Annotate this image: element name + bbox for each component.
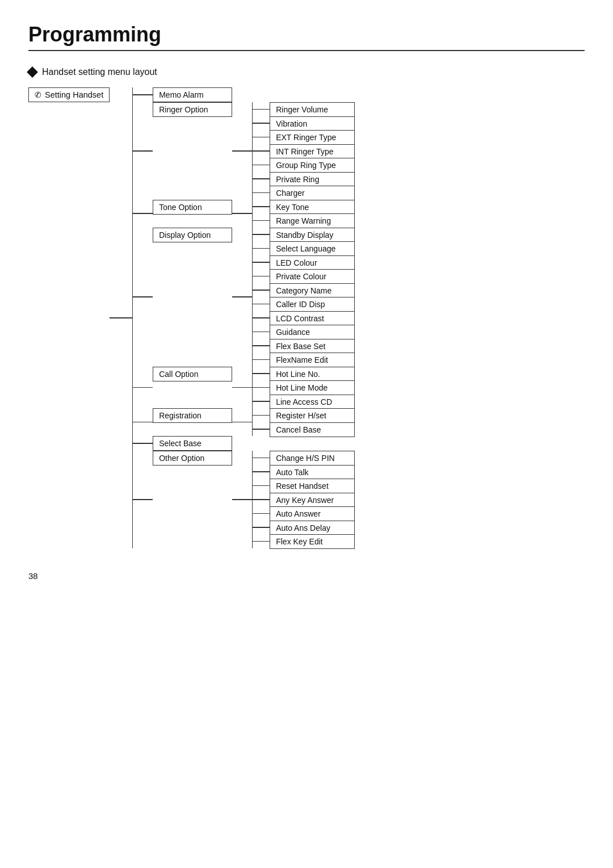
level1-box: Tone Option xyxy=(153,200,232,215)
leaf-box: Reset Handset xyxy=(270,479,355,493)
branch-h-line xyxy=(133,499,153,500)
leaf-box: Standby Display xyxy=(270,228,355,242)
sub-branch-h-line xyxy=(253,485,270,487)
section-title: Handset setting menu layout xyxy=(42,67,157,77)
leaf-box: Caller ID Disp xyxy=(270,297,355,312)
sub-branch-row: Select Language xyxy=(253,241,355,255)
sub-branch-row: Register H/set xyxy=(253,408,355,422)
root-h-connector xyxy=(110,317,132,318)
sub-branch-row: Standby Display xyxy=(253,228,355,242)
sub-branch-row: Auto Ans Delay xyxy=(253,521,355,535)
sub-branch-h-line xyxy=(253,541,270,542)
sub-branch-h-line xyxy=(253,359,270,360)
leaf-box: Private Colour xyxy=(270,269,355,284)
level1-box: Memo Alarm xyxy=(153,87,232,102)
leaf-box: Group Ring Type xyxy=(270,158,355,173)
leaf-box: Flex Key Edit xyxy=(270,534,355,549)
leaf-box: Hot Line No. xyxy=(270,367,355,381)
sub-branch-h-line xyxy=(253,499,270,500)
sub-branch-row: Line Access CD xyxy=(253,395,355,409)
leaf-box: Flex Base Set xyxy=(270,339,355,354)
sub-h-connector xyxy=(232,296,252,297)
leaf-box: Key Tone xyxy=(270,200,355,215)
sub-trunk-wrapper: Ringer VolumeVibrationEXT Ringer TypeINT… xyxy=(252,102,355,200)
sub-branch-h-line xyxy=(253,178,270,179)
sub-branch-row: Category Name xyxy=(253,283,355,297)
sub-branch-h-line xyxy=(253,401,270,402)
sub-branch-h-line xyxy=(253,429,270,430)
leaf-box: Change H/S PIN xyxy=(270,451,355,466)
branch-row: RegistrationRegister H/setCancel Base xyxy=(133,408,355,436)
sub-trunk-wrapper: Hot Line No.Hot Line ModeLine Access CD xyxy=(252,367,355,409)
section-header: Handset setting menu layout xyxy=(28,67,585,77)
sub-branch-h-line xyxy=(253,345,270,346)
sub-branch-row: Caller ID Disp xyxy=(253,297,355,311)
sub-branch-h-line xyxy=(253,373,270,374)
level1-row: Display OptionStandby DisplaySelect Lang… xyxy=(153,228,355,367)
sub-branch-h-line xyxy=(253,527,270,528)
sub-branch-row: Change H/S PIN xyxy=(253,451,355,465)
branch-row: Ringer OptionRinger VolumeVibrationEXT R… xyxy=(133,102,355,200)
diamond-icon xyxy=(27,66,38,78)
sub-branch-h-line xyxy=(253,276,270,277)
sub-branch-h-line xyxy=(253,165,270,166)
branch-h-line xyxy=(133,296,153,297)
leaf-box: Register H/set xyxy=(270,408,355,423)
sub-branch-h-line xyxy=(253,220,270,221)
sub-branch-row: Guidance xyxy=(253,325,355,339)
root-label: Setting Handset xyxy=(45,90,103,99)
branch-h-line xyxy=(133,387,153,388)
leaf-box: Line Access CD xyxy=(270,395,355,409)
level1-row: Ringer OptionRinger VolumeVibrationEXT R… xyxy=(153,102,355,200)
level1-box: Ringer Option xyxy=(153,102,232,117)
leaf-box: Auto Ans Delay xyxy=(270,521,355,535)
leaf-box: LED Colour xyxy=(270,255,355,270)
sub-branch-row: Auto Talk xyxy=(253,465,355,479)
sub-trunk: Register H/setCancel Base xyxy=(252,408,355,436)
branch-h-line xyxy=(133,150,153,152)
sub-h-connector xyxy=(232,150,252,152)
leaf-box: Auto Talk xyxy=(270,465,355,480)
leaf-box: FlexName Edit xyxy=(270,353,355,367)
sub-branch-row: LED Colour xyxy=(253,255,355,270)
page-number: 38 xyxy=(28,571,585,581)
sub-branch-h-line xyxy=(253,234,270,235)
sub-branch-row: Range Warning xyxy=(253,213,355,228)
sub-branch-h-line xyxy=(253,137,270,138)
leaf-box: Any Key Answer xyxy=(270,493,355,508)
sub-branch-h-line xyxy=(253,317,270,318)
trunk-border: Memo AlarmRinger OptionRinger VolumeVibr… xyxy=(132,87,355,548)
branch-row: Tone OptionKey ToneRange Warning xyxy=(133,200,355,228)
sub-branch-row: Group Ring Type xyxy=(253,158,355,172)
leaf-box: Vibration xyxy=(270,116,355,131)
sub-branch-row: Flex Key Edit xyxy=(253,534,355,548)
branch-row: Other OptionChange H/S PINAuto TalkReset… xyxy=(133,451,355,548)
leaf-box: Ringer Volume xyxy=(270,102,355,117)
sub-trunk: Ringer VolumeVibrationEXT Ringer TypeINT… xyxy=(252,102,355,200)
level1-row: Other OptionChange H/S PINAuto TalkReset… xyxy=(153,451,355,548)
leaf-box: Category Name xyxy=(270,283,355,298)
leaf-box: Range Warning xyxy=(270,213,355,228)
sub-branch-h-line xyxy=(253,206,270,207)
sub-branch-row: INT Ringer Type xyxy=(253,144,355,158)
branch-h-line xyxy=(133,422,153,423)
main-trunk: Memo AlarmRinger OptionRinger VolumeVibr… xyxy=(133,87,355,548)
sub-branch-h-line xyxy=(253,304,270,305)
level1-box: Registration xyxy=(153,408,232,423)
level1-box: Other Option xyxy=(153,451,232,466)
sub-h-connector xyxy=(232,422,252,423)
sub-branch-row: EXT Ringer Type xyxy=(253,130,355,144)
sub-trunk: Key ToneRange Warning xyxy=(252,200,355,228)
sub-branch-row: Vibration xyxy=(253,116,355,131)
leaf-box: INT Ringer Type xyxy=(270,144,355,159)
root-node: ✆Setting HandsetMemo AlarmRinger OptionR… xyxy=(28,87,355,548)
level1-row: Tone OptionKey ToneRange Warning xyxy=(153,200,355,228)
sub-branch-row: Any Key Answer xyxy=(253,493,355,507)
sub-branch-row: Private Colour xyxy=(253,269,355,283)
sub-branch-h-line xyxy=(253,109,270,110)
branch-h-line xyxy=(133,213,153,214)
main-trunk-wrapper: Memo AlarmRinger OptionRinger VolumeVibr… xyxy=(132,87,355,548)
sub-branch-h-line xyxy=(253,387,270,388)
sub-branch-row: Cancel Base xyxy=(253,422,355,437)
leaf-box: Hot Line Mode xyxy=(270,380,355,395)
